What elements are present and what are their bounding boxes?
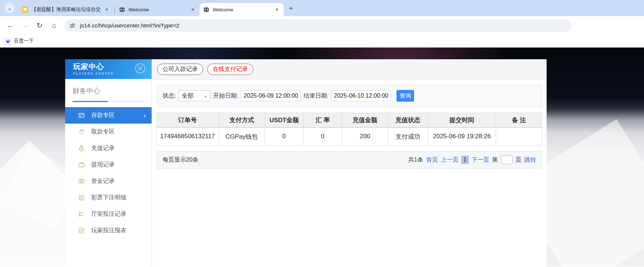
- sidebar-item-withdraw[interactable]: 取款专区 ›: [65, 124, 152, 140]
- search-button[interactable]: 查询: [397, 90, 414, 102]
- sidebar-item-deposit[interactable]: 存款专区 ›: [65, 107, 152, 124]
- section-divider: [72, 101, 144, 102]
- tab-search-button[interactable]: ⌄: [4, 3, 15, 13]
- cell-rate: 0: [304, 128, 342, 146]
- record-tab-bar: 公司入款记录 在线支付记录: [152, 59, 547, 80]
- lottery-list-icon: [78, 194, 85, 202]
- forward-icon[interactable]: →: [19, 19, 31, 32]
- finance-section: 财务中心: [65, 79, 152, 102]
- pagination-bar: 每页显示20条 共1条 首页 上一页 1 下一页 第 页 跳转: [156, 151, 542, 169]
- jump-go-link[interactable]: 跳转: [524, 156, 536, 164]
- deposit-card-icon: [78, 112, 85, 119]
- withdraw-hand-icon: [78, 128, 85, 136]
- site-settings-icon[interactable]: [70, 23, 75, 29]
- sidebar-item-label: 充值记录: [91, 144, 115, 152]
- globe-favicon-icon: [119, 7, 125, 13]
- bookmark-label: 百度一下: [14, 38, 34, 44]
- next-page-link[interactable]: 下一页: [472, 156, 489, 164]
- col-submit-time: 提交时间: [428, 113, 496, 128]
- sidebar-item-lottery-detail[interactable]: 彩票下注明细 ›: [65, 189, 152, 206]
- records-table-wrap: 订单号 支付方式 USDT金额 汇 率 充值金额 充值状态 提交时间 备 注 1: [156, 113, 542, 146]
- cell-pay-method: CGPay钱包: [219, 128, 265, 146]
- main-panel: 玩家中心 PLAYERS CENTER 财务中心 存款专区: [65, 59, 547, 267]
- total-count: 共1条: [408, 156, 423, 164]
- money-bag-icon: [78, 145, 85, 152]
- close-icon[interactable]: ×: [104, 7, 110, 13]
- gamepad-icon: [134, 62, 146, 76]
- browser-tab-forum[interactable]: 【新提醒】海燕策略论坛综合交 ×: [18, 3, 113, 16]
- sidebar-item-recharge-records[interactable]: 充值记录 ›: [65, 140, 152, 157]
- col-remark: 备 注: [496, 113, 542, 128]
- chevron-down-icon: ⌄: [7, 5, 12, 11]
- tab-company-deposit-records[interactable]: 公司入款记录: [157, 64, 203, 75]
- cell-remark: [496, 128, 542, 146]
- start-date-input[interactable]: [241, 90, 301, 101]
- banknote-icon: [78, 178, 85, 185]
- back-icon[interactable]: ←: [4, 19, 16, 32]
- start-date-label: 开始日期:: [213, 92, 238, 100]
- col-usdt-amount: USDT金额: [265, 113, 303, 128]
- cell-submit-time: 2025-06-09 19:28:26: [428, 128, 496, 146]
- bookmarks-bar: 百度一下: [0, 35, 644, 48]
- current-page-badge[interactable]: 1: [461, 156, 469, 164]
- sidebar-item-label: 厅室投注记录: [91, 210, 126, 218]
- section-divider-accent: [72, 101, 108, 102]
- end-date-label: 结束日期:: [304, 92, 328, 100]
- sidebar-item-label: 存款专区: [91, 112, 115, 119]
- col-pay-method: 支付方式: [219, 113, 265, 128]
- tab-title: Welcome: [129, 7, 187, 12]
- jump-prefix-label: 第: [492, 156, 498, 164]
- table-header-row: 订单号 支付方式 USDT金额 汇 率 充值金额 充值状态 提交时间 备 注: [157, 113, 542, 128]
- browser-tab-strip: ⌄ 【新提醒】海燕策略论坛综合交 × Welcome × Welcome × +: [0, 0, 644, 16]
- new-tab-button[interactable]: +: [289, 4, 293, 12]
- url-text: js14.cc/hhcp/usercenter.html?iniType=2: [80, 22, 179, 29]
- close-icon[interactable]: ×: [274, 7, 280, 13]
- col-order-id: 订单号: [157, 113, 219, 128]
- tab-online-payment-records[interactable]: 在线支付记录: [207, 64, 253, 75]
- sidebar-item-player-report[interactable]: 玩家投注报表 ›: [65, 222, 152, 239]
- status-select[interactable]: 全部 ⌄: [178, 90, 211, 101]
- jump-page-input[interactable]: [501, 155, 513, 164]
- prev-page-link[interactable]: 上一页: [441, 156, 458, 164]
- home-icon[interactable]: ⌂: [48, 19, 60, 32]
- tab-title: Welcome: [213, 7, 271, 12]
- sidebar-item-label: 玩家投注报表: [91, 227, 126, 234]
- wallet-icon: [78, 161, 85, 169]
- content-area: 公司入款记录 在线支付记录 状态: 全部 ⌄ 开始日期: 结束日期: 查询: [152, 59, 547, 267]
- status-label: 状态:: [163, 92, 176, 100]
- first-page-link[interactable]: 首页: [426, 156, 438, 164]
- reload-icon[interactable]: ↻: [33, 19, 46, 32]
- cell-order-id: 1749468506132117: [157, 128, 219, 146]
- per-page-label: 每页显示20条: [163, 156, 198, 164]
- tab-title: 【新提醒】海燕策略论坛综合交: [31, 6, 101, 13]
- col-recharge-amount: 充值金额: [342, 113, 388, 128]
- browser-tab-welcome-2-active[interactable]: Welcome ×: [200, 3, 284, 16]
- sidebar-item-funds-records[interactable]: 资金记录 ›: [65, 173, 152, 189]
- sidebar-item-label: 提现记录: [91, 161, 115, 169]
- sidebar-item-room-bets[interactable]: 厅室投注记录 ›: [65, 206, 152, 222]
- end-date-input[interactable]: [331, 90, 391, 101]
- sidebar-item-label: 取款专区: [91, 128, 115, 136]
- browser-tab-welcome-1[interactable]: Welcome ×: [115, 3, 200, 16]
- close-icon[interactable]: ×: [190, 7, 196, 13]
- section-label: 财务中心: [72, 86, 144, 96]
- jump-suffix-label: 页: [515, 156, 521, 164]
- sidebar-item-withdrawal-records[interactable]: 提现记录 ›: [65, 157, 152, 173]
- sidebar-menu: 存款专区 › 取款专区 › 充值记录 ›: [65, 102, 152, 239]
- filter-bar: 状态: 全部 ⌄ 开始日期: 结束日期: 查询: [156, 84, 542, 107]
- report-chart-icon: [78, 227, 85, 234]
- url-bar[interactable]: js14.cc/hhcp/usercenter.html?iniType=2: [64, 19, 572, 32]
- forum-favicon-icon: [22, 7, 28, 13]
- sidebar-item-label: 资金记录: [91, 177, 115, 185]
- page-background: 玩家中心 PLAYERS CENTER 财务中心 存款专区: [0, 48, 644, 267]
- pagination-controls: 共1条 首页 上一页 1 下一页 第 页 跳转: [408, 155, 536, 164]
- cell-usdt-amount: 0: [265, 128, 303, 146]
- status-select-value: 全部: [182, 92, 193, 100]
- chevron-right-icon: ›: [144, 112, 146, 119]
- bookmark-baidu[interactable]: 百度一下: [4, 38, 34, 45]
- col-recharge-status: 充值状态: [388, 113, 428, 128]
- baidu-paw-icon: [4, 38, 11, 45]
- globe-favicon-icon: [203, 7, 209, 13]
- browser-toolbar: ← → ↻ ⌂ js14.cc/hhcp/usercenter.html?ini…: [0, 16, 644, 35]
- sidebar-item-label: 彩票下注明细: [91, 194, 126, 202]
